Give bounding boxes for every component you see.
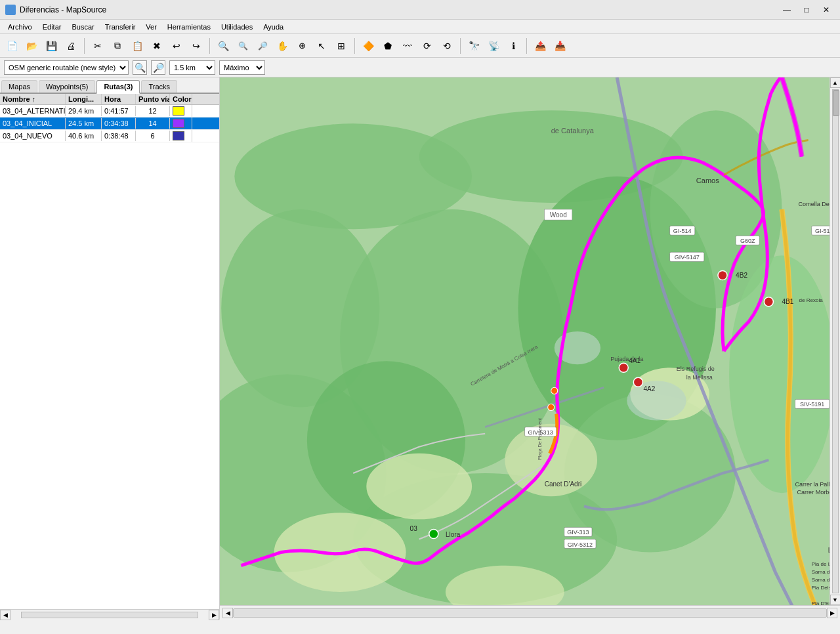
pointer-tool-button[interactable]: ↖	[312, 37, 331, 55]
scale-select[interactable]: 1.5 km 500 m 1 km 5 km	[169, 60, 215, 75]
minimize-button[interactable]: —	[778, 3, 795, 16]
cut-button[interactable]: ✂	[89, 37, 107, 55]
route-punto: 12	[136, 106, 170, 116]
header-longitud[interactable]: Longi...	[66, 94, 102, 104]
svg-text:Carrer la Pallonera: Carrer la Pallonera	[795, 481, 830, 488]
vscroll-track[interactable]	[832, 89, 839, 593]
waypoint-tool-button[interactable]: 🔶	[359, 37, 377, 55]
svg-point-90	[551, 387, 558, 394]
svg-rect-47	[564, 527, 592, 536]
find-waypoint-button[interactable]: 🔍	[214, 37, 232, 55]
route-tool-button[interactable]: ⬟	[379, 37, 397, 55]
hscroll-track[interactable]	[233, 608, 827, 618]
select-tool-button[interactable]: ⊕	[293, 37, 311, 55]
menu-utilidades[interactable]: Utilidades	[216, 22, 258, 32]
sep3	[354, 38, 355, 54]
map-container: de Catalunya Camos Comella Del Tem GI-51…	[220, 77, 840, 620]
menu-editar[interactable]: Editar	[37, 22, 67, 32]
zoom-out-button[interactable]: 🔎	[253, 37, 272, 55]
zoom-out-map[interactable]: 🔎	[151, 60, 165, 75]
route2-button[interactable]: ⟳	[418, 37, 436, 55]
gps-track-button[interactable]: 📡	[484, 37, 503, 55]
table-row[interactable]: 03_04_ALTERNATIVO 29.4 km 0:41:57 12	[0, 105, 219, 117]
paste-button[interactable]: 📋	[128, 37, 146, 55]
header-nombre[interactable]: Nombre ↑	[0, 94, 66, 104]
route-color	[170, 105, 192, 117]
route-hora: 0:41:57	[102, 106, 136, 116]
svg-point-1	[234, 123, 472, 229]
zoom-in-button[interactable]: 🔍	[234, 37, 252, 55]
svg-text:4A1: 4A1	[629, 357, 640, 364]
scroll-left-arrow[interactable]: ◀	[0, 610, 10, 620]
header-hora[interactable]: Hora	[102, 94, 136, 104]
transfer-from-button[interactable]: 📥	[551, 37, 569, 55]
scroll-down-arrow[interactable]: ▼	[830, 595, 841, 605]
track-tool-button[interactable]: 〰	[398, 37, 417, 55]
svg-point-8	[353, 473, 617, 605]
scroll-left-map[interactable]: ◀	[222, 608, 233, 618]
copy-button[interactable]: ⧉	[108, 37, 127, 55]
menu-transferir[interactable]: Transferir	[100, 22, 141, 32]
vertical-scrollbar[interactable]: ▲ ▼	[830, 77, 840, 605]
maximize-button[interactable]: □	[798, 3, 815, 16]
map-style-select[interactable]: OSM generic routable (new style)	[4, 60, 129, 75]
gps-find-button[interactable]: 🔭	[465, 37, 483, 55]
zoom-in-map[interactable]: 🔍	[133, 60, 147, 75]
sep5	[526, 38, 527, 54]
tab-waypoints[interactable]: Waypoints(5)	[39, 80, 95, 93]
menu-ver[interactable]: Ver	[140, 22, 162, 32]
table-row[interactable]: 03_04_INICIAL 24.5 km 0:34:38 14	[0, 117, 219, 130]
open-button[interactable]: 📂	[22, 37, 41, 55]
save-button[interactable]: 💾	[42, 37, 60, 55]
main-area: Mapas Waypoints(5) Rutas(3) Tracks Nombr…	[0, 77, 840, 620]
scroll-right-arrow[interactable]: ▶	[209, 610, 219, 620]
transfer-to-button[interactable]: 📤	[531, 37, 549, 55]
new-button[interactable]: 📄	[3, 37, 21, 55]
map-svg: de Catalunya Camos Comella Del Tem GI-51…	[220, 77, 830, 605]
svg-text:Carretera de Motrà a Colsa rre: Carretera de Motrà a Colsa rrera	[470, 344, 539, 387]
mode-select[interactable]: Máximo Mínimo	[219, 60, 265, 75]
svg-text:Pla D'En Xucla: Pla D'En Xucla	[812, 601, 830, 605]
redo-button[interactable]: ↪	[187, 37, 205, 55]
menu-archivo[interactable]: Archivo	[3, 22, 37, 32]
delete-button[interactable]: ✖	[148, 37, 166, 55]
header-punto[interactable]: Punto vía	[136, 94, 170, 104]
svg-text:Sama de Ter: Sama de Ter	[812, 569, 830, 575]
measure-tool-button[interactable]: ⊞	[332, 37, 350, 55]
menu-herramientas[interactable]: Herramientas	[162, 22, 216, 32]
svg-text:Carrer Morbey: Carrer Morbey	[797, 489, 830, 496]
svg-point-13	[366, 454, 472, 520]
toolbar-secondary: OSM generic routable (new style) 🔍 🔎 1.5…	[0, 58, 840, 77]
tab-rutas[interactable]: Rutas(3)	[96, 80, 140, 94]
gps-info-button[interactable]: ℹ	[504, 37, 522, 55]
scroll-right-map[interactable]: ▶	[827, 608, 837, 618]
color-swatch	[173, 119, 184, 128]
header-color[interactable]: Color	[170, 94, 192, 104]
close-button[interactable]: ✕	[818, 3, 835, 16]
hand-tool-button[interactable]: ✋	[273, 37, 291, 55]
svg-point-18	[555, 331, 600, 364]
svg-text:Canet D'Adri: Canet D'Adri	[545, 480, 582, 488]
svg-point-89	[548, 404, 555, 410]
map-area[interactable]: de Catalunya Camos Comella Del Tem GI-51…	[220, 77, 830, 605]
svg-point-7	[220, 374, 386, 572]
table-row[interactable]: 03_04_NUEVO 40.6 km 0:38:48 6	[0, 130, 219, 142]
vscroll-thumb[interactable]	[833, 90, 839, 116]
svg-point-11	[729, 255, 830, 493]
scroll-up-arrow[interactable]: ▲	[830, 77, 841, 88]
panel-scroll-track[interactable]	[21, 612, 198, 618]
route-name: 03_04_INICIAL	[0, 118, 66, 129]
print-button[interactable]: 🖨	[62, 37, 80, 55]
menu-ayuda[interactable]: Ayuda	[258, 22, 289, 32]
svg-text:4A2: 4A2	[643, 385, 655, 392]
table-header: Nombre ↑ Longi... Hora Punto vía Color	[0, 94, 219, 105]
svg-text:G60Z: G60Z	[740, 238, 755, 244]
undo-button[interactable]: ↩	[167, 37, 186, 55]
panel-horizontal-scrollbar: ◀ ▶	[0, 609, 219, 620]
tab-mapas[interactable]: Mapas	[1, 80, 37, 93]
svg-text:Pla de L'Horta: Pla de L'Horta	[812, 561, 830, 567]
track2-button[interactable]: ⟲	[438, 37, 456, 55]
tab-tracks[interactable]: Tracks	[141, 80, 177, 93]
menu-buscar[interactable]: Buscar	[66, 22, 99, 32]
map-row: de Catalunya Camos Comella Del Tem GI-51…	[220, 77, 840, 605]
